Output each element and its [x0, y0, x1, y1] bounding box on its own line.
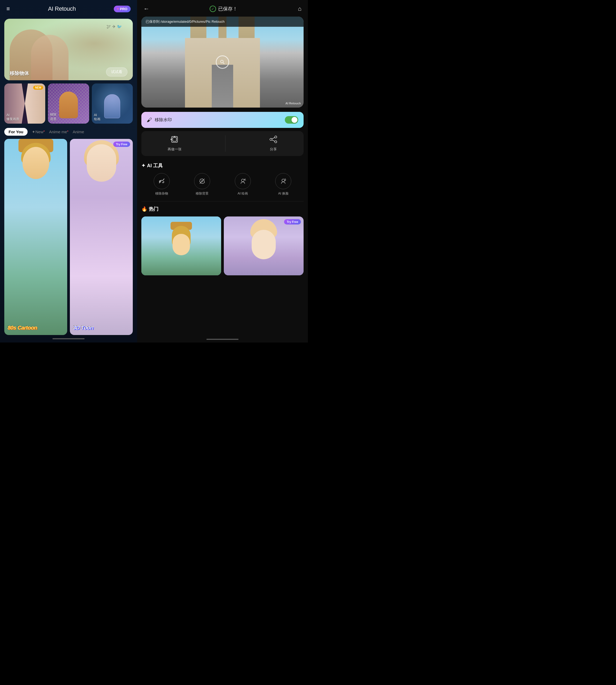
- tabs-row: For You ✦New● Anime me● Anime: [0, 128, 137, 136]
- tab-for-you[interactable]: For You: [4, 128, 27, 136]
- svg-point-8: [275, 141, 277, 143]
- feature-card-remove-bg[interactable]: 移除背景: [48, 84, 89, 123]
- share-label: 分享: [270, 147, 277, 152]
- tool-ai-face[interactable]: AI 换脸: [275, 173, 291, 196]
- svg-point-13: [241, 179, 244, 182]
- ai-draw-label: AI 绘画: [238, 191, 248, 196]
- title-retouch: Retouch: [55, 5, 76, 12]
- ai-retouch-watermark: AI Retouch: [285, 102, 301, 105]
- svg-point-6: [275, 136, 277, 138]
- right-bottom-area: [137, 275, 308, 342]
- tool-remove-junk[interactable]: 移除杂物: [154, 173, 170, 196]
- hot-label: 热门: [149, 206, 158, 212]
- anime-char-bg: [70, 139, 133, 335]
- feature-card-fix-quality[interactable]: NEW AI修复画质: [4, 84, 45, 123]
- cartoon-bg: [4, 139, 67, 335]
- left-header: ≡ AI Retouch PRO: [0, 0, 137, 17]
- try-free-badge: Try Free: [113, 141, 130, 147]
- hot-cards-row: Try Free: [141, 216, 304, 275]
- person2: [31, 35, 68, 80]
- ai-tools-title: ✦ AI 工具: [137, 161, 308, 173]
- svg-rect-3: [173, 138, 176, 141]
- content-card-3d[interactable]: Try Free 3D Toon: [70, 139, 133, 335]
- redo-button[interactable]: 再做一张: [168, 135, 181, 152]
- tab-anime[interactable]: Anime: [73, 129, 84, 135]
- content-card-80s[interactable]: 80s Cartoon: [4, 139, 67, 335]
- new-dot: ●: [43, 130, 45, 132]
- watermark-label: 移除水印: [155, 117, 172, 123]
- right-panel: ← ✓ 已保存！ ⌂ 已保存到 /storage/emulated/0/Pict…: [137, 0, 308, 342]
- app-title: AI Retouch: [48, 5, 76, 12]
- menu-icon[interactable]: ≡: [6, 5, 10, 12]
- watermark-left: 🖌 移除水印: [147, 117, 172, 123]
- ai-paint-label: AI绘画: [94, 113, 101, 121]
- pro-badge[interactable]: PRO: [114, 6, 131, 12]
- cathedral-image: [141, 17, 304, 108]
- back-button[interactable]: ←: [144, 5, 149, 12]
- tab-new[interactable]: ✦New●: [32, 129, 45, 135]
- home-button[interactable]: ⌂: [298, 5, 302, 12]
- right-header: ← ✓ 已保存！ ⌂: [137, 0, 308, 17]
- watermark-toggle-row: 🖌 移除水印: [141, 112, 304, 128]
- hero-banner[interactable]: 🕊 ✈ 🐦 移除物体 试试看: [4, 19, 133, 80]
- hot-section-title: 🔥 热门: [137, 206, 308, 216]
- ai-face-icon: [275, 173, 291, 189]
- feature-card-ai-paint[interactable]: AI绘画: [92, 84, 133, 123]
- hot-card-1-bg: [141, 216, 221, 275]
- hero-label: 移除物体: [9, 70, 29, 76]
- right-home-indicator: [206, 339, 239, 340]
- card-3d-overlay: 3D Toon: [73, 325, 130, 331]
- left-panel: ≡ AI Retouch PRO 🕊 ✈ 🐦 移除物体 试试看 NEW: [0, 0, 137, 342]
- road: [212, 65, 233, 108]
- section-divider: [141, 201, 304, 202]
- hero-try-button[interactable]: 试试看: [106, 67, 127, 76]
- tab-anime-me[interactable]: Anime me●: [49, 129, 68, 135]
- card-80s-overlay: 80s Cartoon: [7, 325, 64, 331]
- person-outline: [104, 94, 120, 118]
- share-icon: [269, 135, 277, 145]
- action-row: 再做一张 分享: [141, 131, 304, 156]
- center-circle-icon: [216, 55, 229, 69]
- redo-icon: [171, 135, 179, 145]
- hot-face: [173, 234, 190, 255]
- title-ai: AI: [48, 5, 53, 12]
- svg-line-9: [272, 138, 275, 139]
- hot-card-2-bg: [224, 216, 304, 275]
- content-grid: 80s Cartoon Try Free 3D Toon: [4, 139, 133, 335]
- ai-draw-icon: [235, 173, 251, 189]
- remove-junk-icon: [154, 173, 170, 189]
- fix-quality-label: AI修复画质: [6, 113, 19, 121]
- check-circle-icon: ✓: [210, 6, 216, 12]
- brush-icon: 🖌: [147, 117, 152, 123]
- hot-try-free-badge: Try Free: [284, 219, 301, 225]
- card-80s-title: 80s Cartoon: [7, 325, 64, 331]
- anime-face: [87, 144, 116, 182]
- tool-remove-bg[interactable]: 移除背景: [194, 173, 210, 196]
- svg-point-7: [270, 138, 272, 140]
- person-silhouette: [59, 92, 78, 118]
- remove-bg-label: 移除背景: [50, 112, 57, 121]
- fire-icon: 🔥: [141, 206, 147, 212]
- remove-bg-tool-label: 移除背景: [196, 191, 208, 196]
- saved-status: ✓ 已保存！: [210, 6, 238, 12]
- remove-bg-icon: [194, 173, 210, 189]
- ai-tools-label: AI 工具: [147, 162, 163, 169]
- save-path-banner: 已保存到 /storage/emulated/0/Pictures/Pic Re…: [141, 17, 304, 27]
- share-button[interactable]: 分享: [269, 135, 277, 152]
- action-divider: [225, 135, 225, 152]
- card-3d-title: 3D Toon: [73, 325, 130, 331]
- toggle-knob: [291, 117, 298, 123]
- new-badge: NEW: [33, 86, 43, 90]
- hot-card-2[interactable]: Try Free: [224, 216, 304, 275]
- hot-card-1[interactable]: [141, 216, 221, 275]
- hot2-face: [252, 230, 276, 259]
- svg-line-10: [272, 140, 275, 141]
- cartoon-face: [22, 147, 49, 179]
- search-circle-svg: [220, 60, 225, 65]
- tool-ai-draw[interactable]: AI 绘画: [235, 173, 251, 196]
- left-home-indicator: [52, 338, 85, 339]
- watermark-toggle[interactable]: [285, 116, 298, 123]
- left-bottom-area: [0, 335, 137, 342]
- feature-cards-row: NEW AI修复画质 移除背景 AI绘画: [4, 84, 133, 123]
- ai-tools-grid: 移除杂物 移除背景 AI 绘画: [137, 173, 308, 201]
